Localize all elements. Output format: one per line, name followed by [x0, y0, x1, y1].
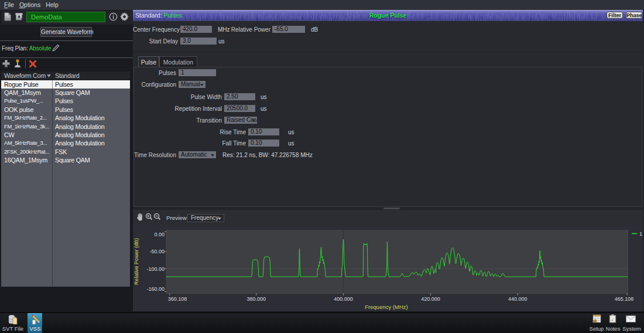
- svg-text:0.00: 0.00: [154, 232, 165, 237]
- svg-text:-160.00: -160.00: [146, 286, 165, 292]
- svg-text:-50.00: -50.00: [149, 249, 165, 254]
- svg-text:420.000: 420.000: [421, 296, 440, 302]
- svg-text:360.108: 360.108: [168, 296, 187, 302]
- svg-text:380.000: 380.000: [247, 296, 266, 302]
- svg-text:Frequency (MHz): Frequency (MHz): [365, 304, 407, 310]
- svg-text:440.000: 440.000: [508, 296, 527, 302]
- svg-text:Relative Power (dB): Relative Power (dB): [133, 238, 139, 285]
- svg-text:465.108: 465.108: [615, 296, 634, 302]
- svg-text:-100.00: -100.00: [146, 266, 165, 272]
- svg-text:400.000: 400.000: [334, 296, 353, 302]
- svg-text:1: 1: [639, 231, 642, 237]
